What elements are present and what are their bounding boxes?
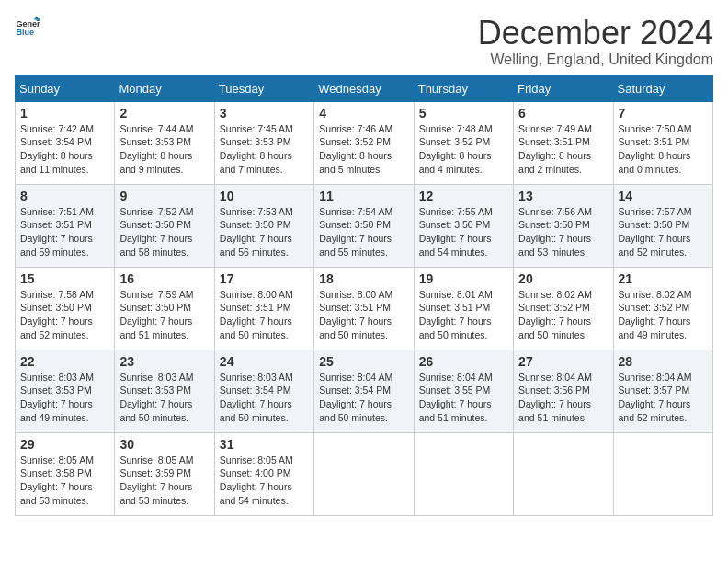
day-info: Sunrise: 8:04 AM Sunset: 3:56 PM Dayligh… bbox=[518, 371, 608, 425]
table-row: 31 Sunrise: 8:05 AM Sunset: 4:00 PM Dayl… bbox=[214, 432, 313, 515]
day-number: 18 bbox=[319, 271, 408, 286]
day-info: Sunrise: 8:02 AM Sunset: 3:52 PM Dayligh… bbox=[619, 288, 708, 342]
table-row: 25 Sunrise: 8:04 AM Sunset: 3:54 PM Dayl… bbox=[314, 350, 414, 432]
table-row: 15 Sunrise: 7:58 AM Sunset: 3:50 PM Dayl… bbox=[16, 267, 115, 350]
table-row bbox=[514, 432, 613, 515]
day-number: 15 bbox=[20, 271, 109, 286]
header-thursday: Thursday bbox=[414, 75, 513, 101]
day-number: 17 bbox=[220, 271, 309, 286]
day-number: 19 bbox=[419, 271, 508, 286]
day-info: Sunrise: 8:02 AM Sunset: 3:52 PM Dayligh… bbox=[518, 288, 608, 342]
day-number: 1 bbox=[20, 106, 109, 121]
table-row bbox=[314, 432, 414, 515]
day-info: Sunrise: 7:51 AM Sunset: 3:51 PM Dayligh… bbox=[20, 205, 109, 259]
day-number: 11 bbox=[319, 189, 408, 203]
table-row: 9 Sunrise: 7:52 AM Sunset: 3:50 PM Dayli… bbox=[115, 184, 214, 267]
table-row bbox=[414, 432, 513, 515]
day-number: 10 bbox=[220, 189, 309, 203]
header-sunday: Sunday bbox=[16, 75, 115, 101]
day-number: 25 bbox=[319, 354, 408, 369]
day-number: 14 bbox=[619, 189, 708, 203]
calendar-week-row: 22 Sunrise: 8:03 AM Sunset: 3:53 PM Dayl… bbox=[16, 350, 713, 432]
day-info: Sunrise: 8:00 AM Sunset: 3:51 PM Dayligh… bbox=[220, 288, 309, 342]
day-info: Sunrise: 8:00 AM Sunset: 3:51 PM Dayligh… bbox=[319, 288, 408, 342]
day-info: Sunrise: 8:03 AM Sunset: 3:54 PM Dayligh… bbox=[220, 371, 309, 425]
day-number: 30 bbox=[119, 437, 209, 452]
calendar-week-row: 1 Sunrise: 7:42 AM Sunset: 3:54 PM Dayli… bbox=[16, 101, 713, 184]
day-number: 21 bbox=[619, 271, 708, 286]
page-header: General Blue December 2024 Welling, Engl… bbox=[15, 15, 713, 68]
table-row: 11 Sunrise: 7:54 AM Sunset: 3:50 PM Dayl… bbox=[314, 184, 414, 267]
table-row: 2 Sunrise: 7:44 AM Sunset: 3:53 PM Dayli… bbox=[115, 101, 214, 184]
logo-icon: General Blue bbox=[15, 15, 40, 40]
day-number: 29 bbox=[20, 437, 109, 452]
day-info: Sunrise: 7:54 AM Sunset: 3:50 PM Dayligh… bbox=[319, 205, 408, 259]
table-row: 13 Sunrise: 7:56 AM Sunset: 3:50 PM Dayl… bbox=[514, 184, 613, 267]
day-info: Sunrise: 8:05 AM Sunset: 3:58 PM Dayligh… bbox=[20, 454, 109, 508]
day-info: Sunrise: 7:50 AM Sunset: 3:51 PM Dayligh… bbox=[619, 122, 708, 177]
table-row: 6 Sunrise: 7:49 AM Sunset: 3:51 PM Dayli… bbox=[514, 101, 613, 184]
day-info: Sunrise: 8:03 AM Sunset: 3:53 PM Dayligh… bbox=[119, 371, 209, 425]
day-info: Sunrise: 7:57 AM Sunset: 3:50 PM Dayligh… bbox=[619, 205, 708, 259]
calendar-week-row: 8 Sunrise: 7:51 AM Sunset: 3:51 PM Dayli… bbox=[16, 184, 713, 267]
table-row: 16 Sunrise: 7:59 AM Sunset: 3:50 PM Dayl… bbox=[115, 267, 214, 350]
table-row: 24 Sunrise: 8:03 AM Sunset: 3:54 PM Dayl… bbox=[214, 350, 313, 432]
day-info: Sunrise: 7:48 AM Sunset: 3:52 PM Dayligh… bbox=[419, 122, 508, 177]
logo: General Blue bbox=[15, 15, 40, 40]
day-info: Sunrise: 8:04 AM Sunset: 3:57 PM Dayligh… bbox=[619, 371, 708, 425]
table-row: 28 Sunrise: 8:04 AM Sunset: 3:57 PM Dayl… bbox=[613, 350, 712, 432]
day-info: Sunrise: 8:03 AM Sunset: 3:53 PM Dayligh… bbox=[20, 371, 109, 425]
table-row: 22 Sunrise: 8:03 AM Sunset: 3:53 PM Dayl… bbox=[16, 350, 115, 432]
table-row: 18 Sunrise: 8:00 AM Sunset: 3:51 PM Dayl… bbox=[314, 267, 414, 350]
day-number: 16 bbox=[119, 271, 209, 286]
day-number: 7 bbox=[619, 106, 708, 121]
day-info: Sunrise: 7:49 AM Sunset: 3:51 PM Dayligh… bbox=[518, 122, 608, 177]
page-subtitle: Welling, England, United Kingdom bbox=[478, 52, 713, 68]
day-number: 12 bbox=[419, 189, 508, 203]
day-info: Sunrise: 8:04 AM Sunset: 3:54 PM Dayligh… bbox=[319, 371, 408, 425]
day-info: Sunrise: 7:52 AM Sunset: 3:50 PM Dayligh… bbox=[119, 205, 209, 259]
table-row: 23 Sunrise: 8:03 AM Sunset: 3:53 PM Dayl… bbox=[115, 350, 214, 432]
day-info: Sunrise: 7:46 AM Sunset: 3:52 PM Dayligh… bbox=[319, 122, 408, 177]
day-info: Sunrise: 8:04 AM Sunset: 3:55 PM Dayligh… bbox=[419, 371, 508, 425]
day-info: Sunrise: 7:53 AM Sunset: 3:50 PM Dayligh… bbox=[220, 205, 309, 259]
table-row: 20 Sunrise: 8:02 AM Sunset: 3:52 PM Dayl… bbox=[514, 267, 613, 350]
day-number: 2 bbox=[119, 106, 209, 121]
header-wednesday: Wednesday bbox=[314, 75, 414, 101]
table-row: 1 Sunrise: 7:42 AM Sunset: 3:54 PM Dayli… bbox=[16, 101, 115, 184]
day-number: 27 bbox=[518, 354, 608, 369]
header-tuesday: Tuesday bbox=[214, 75, 313, 101]
table-row: 4 Sunrise: 7:46 AM Sunset: 3:52 PM Dayli… bbox=[314, 101, 414, 184]
day-number: 31 bbox=[220, 437, 309, 452]
day-number: 5 bbox=[419, 106, 508, 121]
table-row: 7 Sunrise: 7:50 AM Sunset: 3:51 PM Dayli… bbox=[613, 101, 712, 184]
calendar-week-row: 15 Sunrise: 7:58 AM Sunset: 3:50 PM Dayl… bbox=[16, 267, 713, 350]
table-row: 21 Sunrise: 8:02 AM Sunset: 3:52 PM Dayl… bbox=[613, 267, 712, 350]
table-row: 12 Sunrise: 7:55 AM Sunset: 3:50 PM Dayl… bbox=[414, 184, 513, 267]
day-number: 4 bbox=[319, 106, 408, 121]
table-row: 29 Sunrise: 8:05 AM Sunset: 3:58 PM Dayl… bbox=[16, 432, 115, 515]
header-saturday: Saturday bbox=[613, 75, 712, 101]
table-row: 30 Sunrise: 8:05 AM Sunset: 3:59 PM Dayl… bbox=[115, 432, 214, 515]
page-title: December 2024 bbox=[478, 15, 713, 52]
day-info: Sunrise: 7:56 AM Sunset: 3:50 PM Dayligh… bbox=[518, 205, 608, 259]
calendar-week-row: 29 Sunrise: 8:05 AM Sunset: 3:58 PM Dayl… bbox=[16, 432, 713, 515]
day-info: Sunrise: 8:05 AM Sunset: 3:59 PM Dayligh… bbox=[119, 454, 209, 508]
day-info: Sunrise: 7:59 AM Sunset: 3:50 PM Dayligh… bbox=[119, 288, 209, 342]
day-info: Sunrise: 8:05 AM Sunset: 4:00 PM Dayligh… bbox=[220, 454, 309, 508]
day-number: 13 bbox=[518, 189, 608, 203]
day-number: 9 bbox=[119, 189, 209, 203]
table-row: 5 Sunrise: 7:48 AM Sunset: 3:52 PM Dayli… bbox=[414, 101, 513, 184]
table-row: 3 Sunrise: 7:45 AM Sunset: 3:53 PM Dayli… bbox=[214, 101, 313, 184]
day-number: 23 bbox=[119, 354, 209, 369]
table-row: 26 Sunrise: 8:04 AM Sunset: 3:55 PM Dayl… bbox=[414, 350, 513, 432]
table-row: 8 Sunrise: 7:51 AM Sunset: 3:51 PM Dayli… bbox=[16, 184, 115, 267]
header-friday: Friday bbox=[514, 75, 613, 101]
table-row: 10 Sunrise: 7:53 AM Sunset: 3:50 PM Dayl… bbox=[214, 184, 313, 267]
calendar-table: Sunday Monday Tuesday Wednesday Thursday… bbox=[15, 75, 713, 516]
title-section: December 2024 Welling, England, United K… bbox=[478, 15, 713, 68]
day-info: Sunrise: 7:42 AM Sunset: 3:54 PM Dayligh… bbox=[20, 122, 109, 177]
day-number: 8 bbox=[20, 189, 109, 203]
day-number: 22 bbox=[20, 354, 109, 369]
day-number: 24 bbox=[220, 354, 309, 369]
